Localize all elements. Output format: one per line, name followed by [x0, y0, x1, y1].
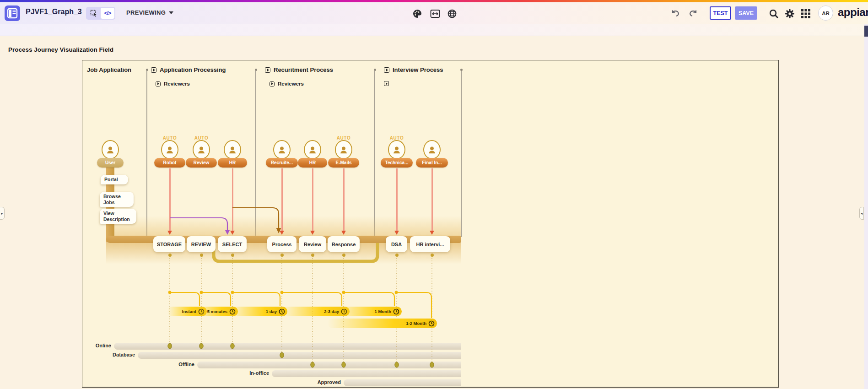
expand-play-icon[interactable]	[265, 67, 270, 73]
stage-dot	[200, 254, 203, 257]
actor-pill[interactable]: Robot	[154, 158, 185, 167]
code-mode-button[interactable]: </>	[101, 8, 114, 19]
reviewers-header-2[interactable]: Reviewers	[270, 81, 304, 86]
user-actor-pill[interactable]: User	[97, 158, 124, 167]
assignment-arrow-line	[431, 168, 433, 231]
actor-pill[interactable]: Final In...	[416, 158, 448, 167]
actor-node-emails[interactable]	[335, 140, 352, 159]
actor-node-review[interactable]	[193, 140, 210, 159]
actor-pill[interactable]: HR	[218, 158, 247, 167]
stage-dot	[395, 254, 399, 257]
section-header-interview-process[interactable]: Interview Process	[384, 66, 443, 73]
user-avatar[interactable]: AR	[818, 5, 833, 21]
interface-designer-logo[interactable]	[5, 5, 20, 21]
chevron-down-icon	[169, 11, 173, 14]
section-label: Recuritment Process	[274, 66, 333, 73]
section-header-recuritment-process[interactable]: Recuritment Process	[265, 66, 333, 73]
stage-box-select[interactable]: SELECT	[218, 236, 247, 252]
arrow-down-icon	[280, 231, 284, 235]
arrow-down-icon	[341, 231, 346, 235]
layout-icon	[7, 8, 18, 19]
person-icon	[277, 145, 287, 155]
actor-pill[interactable]: HR	[298, 158, 327, 167]
expand-play-icon[interactable]	[384, 67, 389, 73]
actor-pill[interactable]: Review	[186, 158, 217, 167]
actor-node-robot[interactable]	[161, 140, 178, 159]
previewing-dropdown[interactable]: PREVIEWING	[126, 9, 173, 16]
assignment-arrow-line	[232, 168, 233, 231]
expand-width-icon	[430, 9, 440, 19]
stage-box-review[interactable]: REVIEW	[187, 236, 216, 252]
actor-node-recruiter[interactable]	[273, 140, 291, 159]
clock-icon	[393, 308, 399, 315]
actor-node-hr[interactable]	[224, 140, 241, 159]
localization-button[interactable]	[446, 8, 458, 20]
stage-box-dsa[interactable]: DSA	[386, 236, 407, 252]
page-scrollbar-track[interactable]	[864, 24, 868, 389]
settings-button[interactable]	[784, 8, 796, 20]
assignment-arrow-line	[396, 168, 398, 231]
person-icon	[165, 145, 175, 155]
duration-label: 1 day	[266, 309, 277, 314]
field-heading: Process Journey Visualization Field	[8, 46, 113, 53]
actor-pill[interactable]: E-Mails	[328, 158, 359, 167]
lane-bar-approved	[344, 379, 461, 386]
stage-box-review-2[interactable]: Review	[299, 236, 326, 252]
selection-icon	[90, 10, 97, 17]
actor-pill[interactable]: Technica...	[381, 158, 413, 167]
undo-icon	[670, 8, 681, 19]
stage-box-process[interactable]: Process	[267, 236, 297, 252]
person-icon	[427, 145, 437, 155]
journey-step-browse-jobs[interactable]: Browse Jobs	[100, 192, 134, 207]
stage-dot	[431, 254, 434, 257]
right-panel-expander[interactable]: ◂	[859, 207, 864, 220]
waffle-menu-button[interactable]	[800, 8, 812, 20]
reviewers-label: Reviewers	[164, 81, 190, 86]
palette-button[interactable]	[411, 8, 423, 20]
reviewers-header-1[interactable]: Reviewers	[156, 81, 190, 86]
section-header-application-processing[interactable]: Application Processing	[151, 66, 226, 73]
expand-play-icon[interactable]	[151, 67, 156, 73]
arrow-down-icon	[167, 231, 172, 235]
duration-label: 1-2 Month	[406, 321, 426, 326]
page-scrollbar-thumb[interactable]	[864, 26, 868, 37]
stage-box-response[interactable]: Response	[328, 236, 360, 252]
globe-icon	[447, 9, 457, 19]
assignment-arrow-line	[169, 168, 171, 231]
actor-pill[interactable]: Recruite...	[266, 158, 298, 167]
toolbar-substrip	[0, 24, 868, 36]
redo-button[interactable]	[687, 8, 699, 20]
stage-box-hr-interview[interactable]: HR intervi...	[410, 236, 450, 252]
search-button[interactable]	[768, 8, 780, 20]
width-setting-button[interactable]	[429, 8, 441, 20]
undo-button[interactable]	[669, 8, 681, 20]
expand-play-icon[interactable]	[384, 81, 389, 86]
reviewers-header-3[interactable]	[384, 81, 389, 86]
expand-play-icon[interactable]	[270, 81, 275, 86]
user-avatar-node[interactable]	[102, 140, 119, 159]
actor-node-hr-2[interactable]	[304, 140, 321, 159]
duration-label: Instant	[182, 309, 196, 314]
stage-dot	[168, 254, 172, 257]
person-icon	[339, 145, 349, 155]
left-panel-expander[interactable]: ▸	[0, 207, 5, 220]
stage-dot	[342, 254, 345, 257]
actor-node-technical[interactable]	[388, 140, 405, 159]
journey-step-view-description[interactable]: View Description	[100, 209, 136, 224]
assignment-arrow-line	[312, 168, 313, 231]
save-button[interactable]: SAVE	[735, 6, 757, 20]
test-button[interactable]: TEST	[710, 6, 731, 20]
design-mode-button[interactable]	[87, 8, 101, 19]
lane-label-database: Database	[89, 352, 135, 357]
section-header-job-application: Job Application	[87, 66, 131, 73]
stage-box-storage[interactable]: STORAGE	[153, 236, 185, 252]
expand-play-icon[interactable]	[156, 81, 161, 86]
actor-node-final-interview[interactable]	[423, 140, 441, 159]
palette-icon	[412, 9, 422, 19]
stage-dot	[231, 254, 234, 257]
journey-step-portal[interactable]: Portal	[101, 175, 128, 184]
lane-label-approved: Approved	[295, 379, 341, 385]
arrow-down-icon	[230, 231, 235, 235]
section-divider	[461, 71, 462, 237]
duration-pill-1-2-month: 1-2 Month	[328, 319, 437, 328]
